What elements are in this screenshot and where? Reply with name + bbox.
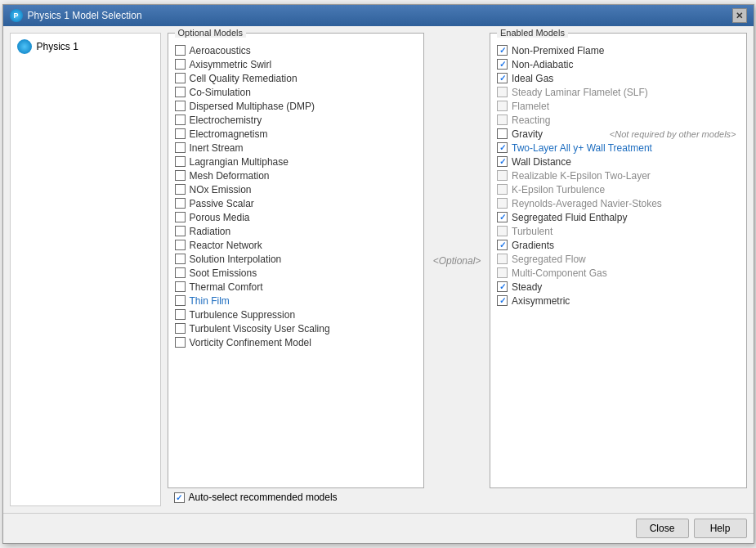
enabled-item-two-layer-wall[interactable]: Two-Layer All y+ Wall Treatment <box>495 141 741 155</box>
enabled-checkbox-axisymmetric[interactable] <box>497 295 508 306</box>
optional-checkbox-soot-emissions[interactable] <box>175 267 186 278</box>
enabled-checkbox-gradients[interactable] <box>497 240 508 250</box>
optional-item-axisymmetric-swirl[interactable]: Axisymmetric Swirl <box>173 57 419 71</box>
optional-item-inert-stream[interactable]: Inert Stream <box>173 141 419 155</box>
optional-item-turbulent-viscosity-scaling[interactable]: Turbulent Viscosity User Scaling <box>173 321 419 335</box>
optional-label-cell-quality: Cell Quality Remediation <box>190 73 297 84</box>
optional-checkbox-lagrangian-multiphase[interactable] <box>175 156 186 167</box>
sidebar-item-physics1[interactable]: Physics 1 <box>14 37 157 56</box>
optional-label-dispersed-multiphase: Dispersed Multiphase (DMP) <box>190 101 315 112</box>
title-bar: P Physics 1 Model Selection ✕ <box>3 5 754 26</box>
enabled-item-ideal-gas[interactable]: Ideal Gas <box>495 71 741 85</box>
enabled-checkbox-two-layer-wall[interactable] <box>497 142 508 153</box>
enabled-checkbox-realizable-k-epsilon[interactable] <box>497 170 508 181</box>
optional-checkbox-reactor-network[interactable] <box>175 240 186 250</box>
optional-checkbox-vorticity-confinement[interactable] <box>175 337 186 348</box>
enabled-item-non-adiabatic[interactable]: Non-Adiabatic <box>495 57 741 71</box>
enabled-item-k-epsilon-turbulence[interactable]: K-Epsilon Turbulence <box>495 182 741 196</box>
enabled-item-non-premixed-flame[interactable]: Non-Premixed Flame <box>495 43 741 57</box>
enabled-checkbox-wall-distance[interactable] <box>497 156 508 167</box>
enabled-label-ideal-gas: Ideal Gas <box>512 73 553 84</box>
optional-label-inert-stream: Inert Stream <box>190 142 244 154</box>
enabled-checkbox-turbulent[interactable] <box>497 226 508 236</box>
enabled-label-wall-distance: Wall Distance <box>512 156 571 168</box>
enabled-item-multi-component-gas[interactable]: Multi-Component Gas <box>495 266 741 280</box>
window-close-button[interactable]: ✕ <box>732 8 747 23</box>
optional-item-cell-quality[interactable]: Cell Quality Remediation <box>173 71 419 85</box>
enabled-item-flamelet[interactable]: Flamelet <box>495 99 741 113</box>
optional-item-co-simulation[interactable]: Co-Simulation <box>173 85 419 99</box>
app-icon: P <box>10 9 23 22</box>
enabled-item-steady[interactable]: Steady <box>495 280 741 294</box>
enabled-checkbox-segregated-fluid-enthalpy[interactable] <box>497 212 508 222</box>
optional-checkbox-electromagnetism[interactable] <box>175 128 186 139</box>
main-window: P Physics 1 Model Selection ✕ Physics 1 … <box>2 4 754 544</box>
enabled-label-steady: Steady <box>512 281 542 293</box>
enabled-item-reynolds-averaged[interactable]: Reynolds-Averaged Navier-Stokes <box>495 196 741 210</box>
auto-select-checkbox[interactable] <box>174 492 185 503</box>
enabled-checkbox-steady-laminar-flamelet[interactable] <box>497 87 508 97</box>
auto-select-label: Auto-select recommended models <box>189 492 338 503</box>
optional-item-radiation[interactable]: Radiation <box>173 224 419 238</box>
optional-checkbox-radiation[interactable] <box>175 226 186 236</box>
enabled-checkbox-non-adiabatic[interactable] <box>497 59 508 70</box>
enabled-item-wall-distance[interactable]: Wall Distance <box>495 155 741 168</box>
optional-checkbox-aeroacoustics[interactable] <box>175 45 186 56</box>
enabled-item-turbulent[interactable]: Turbulent <box>495 224 741 238</box>
enabled-item-segregated-flow[interactable]: Segregated Flow <box>495 252 741 266</box>
enabled-item-gravity[interactable]: Gravity<Not required by other models> <box>495 127 741 141</box>
enabled-checkbox-segregated-flow[interactable] <box>497 254 508 264</box>
optional-checkbox-thermal-comfort[interactable] <box>175 281 186 292</box>
enabled-checkbox-flamelet[interactable] <box>497 101 508 111</box>
optional-item-turbulence-suppression[interactable]: Turbulence Suppression <box>173 308 419 321</box>
enabled-item-reacting[interactable]: Reacting <box>495 113 741 127</box>
enabled-item-axisymmetric[interactable]: Axisymmetric <box>495 294 741 308</box>
enabled-item-gradients[interactable]: Gradients <box>495 238 741 252</box>
optional-item-solution-interpolation[interactable]: Solution Interpolation <box>173 252 419 266</box>
enabled-checkbox-multi-component-gas[interactable] <box>497 267 508 278</box>
optional-item-mesh-deformation[interactable]: Mesh Deformation <box>173 168 419 182</box>
help-button[interactable]: Help <box>694 519 747 538</box>
optional-item-dispersed-multiphase[interactable]: Dispersed Multiphase (DMP) <box>173 99 419 113</box>
optional-checkbox-porous-media[interactable] <box>175 212 186 222</box>
optional-checkbox-passive-scalar[interactable] <box>175 198 186 209</box>
optional-item-lagrangian-multiphase[interactable]: Lagrangian Multiphase <box>173 155 419 168</box>
optional-label-thermal-comfort: Thermal Comfort <box>190 281 263 293</box>
enabled-item-realizable-k-epsilon[interactable]: Realizable K-Epsilon Two-Layer <box>495 168 741 182</box>
optional-checkbox-cell-quality[interactable] <box>175 73 186 83</box>
optional-item-electromagnetism[interactable]: Electromagnetism <box>173 127 419 141</box>
enabled-item-steady-laminar-flamelet[interactable]: Steady Laminar Flamelet (SLF) <box>495 85 741 99</box>
enabled-item-segregated-fluid-enthalpy[interactable]: Segregated Fluid Enthalpy <box>495 210 741 224</box>
optional-checkbox-co-simulation[interactable] <box>175 87 186 97</box>
optional-checkbox-mesh-deformation[interactable] <box>175 170 186 181</box>
enabled-checkbox-ideal-gas[interactable] <box>497 73 508 83</box>
optional-item-vorticity-confinement[interactable]: Vorticity Confinement Model <box>173 335 419 349</box>
enabled-models-label: Enabled Models <box>497 28 568 38</box>
optional-checkbox-electrochemistry[interactable] <box>175 115 186 125</box>
optional-item-nox-emission[interactable]: NOx Emission <box>173 182 419 196</box>
enabled-checkbox-reynolds-averaged[interactable] <box>497 198 508 209</box>
optional-item-electrochemistry[interactable]: Electrochemistry <box>173 113 419 127</box>
enabled-checkbox-reacting[interactable] <box>497 115 508 125</box>
enabled-checkbox-k-epsilon-turbulence[interactable] <box>497 184 508 195</box>
optional-checkbox-dispersed-multiphase[interactable] <box>175 101 186 111</box>
optional-item-passive-scalar[interactable]: Passive Scalar <box>173 196 419 210</box>
optional-checkbox-solution-interpolation[interactable] <box>175 254 186 264</box>
enabled-checkbox-non-premixed-flame[interactable] <box>497 45 508 56</box>
optional-models-list: AeroacousticsAxisymmetric SwirlCell Qual… <box>168 34 424 487</box>
optional-item-thin-film[interactable]: Thin Film <box>173 294 419 308</box>
optional-checkbox-thin-film[interactable] <box>175 295 186 306</box>
optional-item-thermal-comfort[interactable]: Thermal Comfort <box>173 280 419 294</box>
optional-checkbox-turbulence-suppression[interactable] <box>175 309 186 320</box>
optional-item-soot-emissions[interactable]: Soot Emissions <box>173 266 419 280</box>
optional-checkbox-nox-emission[interactable] <box>175 184 186 195</box>
optional-checkbox-turbulent-viscosity-scaling[interactable] <box>175 323 186 334</box>
optional-item-porous-media[interactable]: Porous Media <box>173 210 419 224</box>
optional-checkbox-inert-stream[interactable] <box>175 142 186 153</box>
optional-item-reactor-network[interactable]: Reactor Network <box>173 238 419 252</box>
optional-checkbox-axisymmetric-swirl[interactable] <box>175 59 186 70</box>
enabled-checkbox-steady[interactable] <box>497 281 508 292</box>
close-button[interactable]: Close <box>636 519 689 538</box>
optional-item-aeroacoustics[interactable]: Aeroacoustics <box>173 43 419 57</box>
enabled-checkbox-gravity[interactable] <box>497 128 508 139</box>
